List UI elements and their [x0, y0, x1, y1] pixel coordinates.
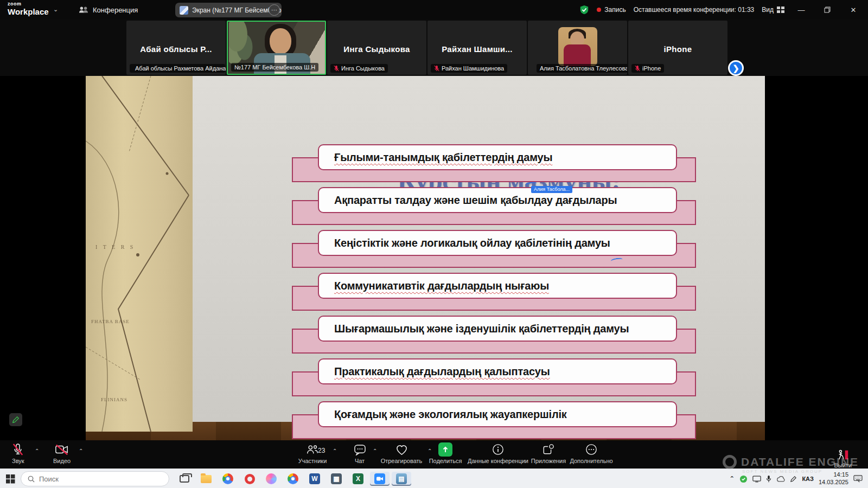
participant-display-name: iPhone [628, 44, 727, 54]
audio-button[interactable]: Звук [12, 442, 24, 464]
participant-tile[interactable]: Абай облысы Р... Абай облысы Рахметова А… [126, 21, 226, 75]
task-view-button[interactable] [175, 472, 194, 486]
restore-button[interactable] [818, 0, 837, 20]
react-button[interactable]: Отреагировать [380, 442, 423, 464]
participant-tile[interactable]: Инга Сыдыкова Инга Сыдыкова [327, 21, 426, 75]
audio-options-chevron[interactable]: ⌃ [35, 448, 39, 454]
chat-label: Чат [355, 458, 365, 464]
meeting-info-button[interactable]: Данные конференции [468, 442, 528, 464]
zoom-meeting-window: zoom Workplace ⌄ Конференция Экран (№177… [0, 0, 868, 488]
participant-avatar [558, 27, 597, 66]
info-icon [492, 444, 504, 455]
start-button[interactable] [4, 473, 16, 485]
meeting-toolbar: Звук ⌃ Видео ⌃ Участники 23 ⌃ Чат ⌃ [0, 440, 868, 468]
calculator-button[interactable]: ▦ [327, 472, 346, 486]
presentation-app-button[interactable]: ▤ [392, 472, 411, 486]
slide-item-text: Практикалық дағдылардың қалыптасуы [334, 365, 550, 378]
participant-tile[interactable]: iPhone iPhone [628, 21, 727, 75]
clock-time: 14:15 [819, 471, 848, 479]
chevron-down-icon[interactable]: ⌄ [53, 6, 58, 13]
apps-button[interactable]: Приложения [531, 442, 566, 464]
apps-label: Приложения [531, 458, 566, 464]
taskbar-search[interactable] [21, 471, 169, 486]
pen-tray-icon[interactable] [790, 476, 797, 483]
share-label: Поделиться [429, 458, 462, 464]
participant-name-pill: Инга Сыдыкова [330, 64, 388, 73]
chrome-profile2-button[interactable] [283, 472, 303, 486]
logo-workplace-text: Workplace [8, 8, 49, 16]
participants-icon [306, 444, 319, 455]
view-button[interactable]: Вид [762, 6, 784, 14]
system-tray: ⌃ КАЗ 14:15 14.03.2025 [729, 469, 868, 488]
participant-tile[interactable]: Алия Тасболатовна Тлеулесова [528, 21, 627, 75]
participant-label: Алия Тасболатовна Тлеулесова [540, 65, 627, 72]
heart-icon [395, 444, 408, 455]
tray-expand-chevron[interactable]: ⌃ [729, 475, 735, 483]
zoom-workplace-logo: zoom Workplace [8, 2, 49, 16]
video-options-chevron[interactable]: ⌃ [79, 448, 83, 454]
chrome-button[interactable] [218, 472, 238, 486]
meeting-info-label: Данные конференции [468, 458, 528, 464]
display-tray-icon[interactable] [752, 476, 761, 483]
leave-door-icon [837, 449, 850, 461]
slide-item-text: Ақпаратты талдау және шешім қабылдау дағ… [334, 194, 617, 207]
windows-taskbar: W ▦ X ▤ ⌃ КАЗ 14:15 14.03.2025 [0, 468, 868, 488]
participants-label: Участники [298, 458, 327, 464]
audio-label: Звук [12, 458, 24, 464]
close-button[interactable]: ✕ [844, 0, 863, 20]
chat-chevron[interactable]: ⌃ [373, 448, 377, 454]
zoom-app-icon [374, 473, 385, 484]
participant-name-pill: Абай облысы Рахметова Айдана [130, 64, 225, 73]
copilot-button[interactable] [261, 472, 281, 486]
tab-screen-share[interactable]: Экран (№177 МГ Бейсембеков [175, 3, 282, 17]
security-shield-icon[interactable] [579, 5, 589, 15]
taskbar-clock[interactable]: 14:15 14.03.2025 [819, 471, 848, 486]
participants-chevron[interactable]: ⌃ [333, 448, 337, 454]
participant-display-name: Райхан Шамши... [427, 44, 527, 54]
slide-item: Кеңістіктік және логикалық ойлау қабілет… [318, 230, 677, 256]
participants-count: 23 [318, 447, 325, 454]
old-map-image: I T E R S FHATBA BASE FLINIANS [86, 76, 193, 432]
copilot-icon [266, 473, 277, 484]
zoom-app-button[interactable] [370, 472, 390, 486]
muted-mic-icon [434, 65, 439, 72]
language-indicator[interactable]: КАЗ [802, 476, 814, 482]
participant-filmstrip: Абай облысы Р... Абай облысы Рахметова А… [0, 20, 868, 76]
tab-more-options-icon[interactable]: ⋯ [269, 4, 280, 16]
minimize-button[interactable]: — [792, 0, 810, 20]
leave-button[interactable]: Выйти [834, 449, 852, 468]
tab-conference[interactable]: Конференция [73, 0, 143, 20]
leave-label: Выйти [834, 462, 852, 468]
chat-button[interactable]: Чат [350, 442, 369, 464]
search-input[interactable] [39, 475, 148, 483]
people-icon [79, 6, 88, 14]
slide-item-text: Коммуникативтік дағдылардың нығаюы [334, 280, 549, 292]
chat-icon [354, 444, 366, 455]
recording-dot-icon [597, 8, 601, 12]
chrome-icon [222, 473, 233, 484]
participant-tile-active-speaker[interactable]: №177 МГ Бейсембекова Ш.Н [227, 21, 326, 75]
share-screen-button[interactable]: Поделиться [429, 442, 462, 464]
map-lines [86, 76, 193, 432]
file-explorer-button[interactable] [196, 472, 216, 486]
view-label: Вид [762, 6, 774, 14]
touch-keyboard-tray-icon[interactable] [853, 475, 863, 483]
more-button[interactable]: Дополнительно [569, 442, 614, 464]
clock-date: 14.03.2025 [819, 479, 848, 486]
word-button[interactable]: W [305, 472, 324, 486]
participant-tile[interactable]: Райхан Шамши... Райхан Шамшидинова [427, 21, 527, 75]
more-label: Дополнительно [570, 458, 612, 464]
cloud-tray-icon[interactable] [776, 476, 785, 482]
next-participants-button[interactable]: ❯ [728, 60, 744, 76]
annotation-tools-button[interactable] [9, 413, 22, 426]
participant-name-pill: Алия Тасболатовна Тлеулесова [537, 64, 627, 73]
video-button[interactable]: Видео [53, 442, 71, 464]
excel-button[interactable]: X [348, 472, 368, 486]
participant-name-pill: Райхан Шамшидинова [431, 64, 507, 73]
recording-indicator[interactable]: Запись [597, 6, 626, 14]
mic-tray-icon[interactable] [766, 475, 771, 483]
antivirus-tray-icon[interactable] [739, 475, 748, 483]
participant-label: №177 МГ Бейсембекова Ш.Н [234, 64, 315, 70]
opera-button[interactable] [240, 472, 259, 486]
react-label: Отреагировать [381, 458, 423, 464]
